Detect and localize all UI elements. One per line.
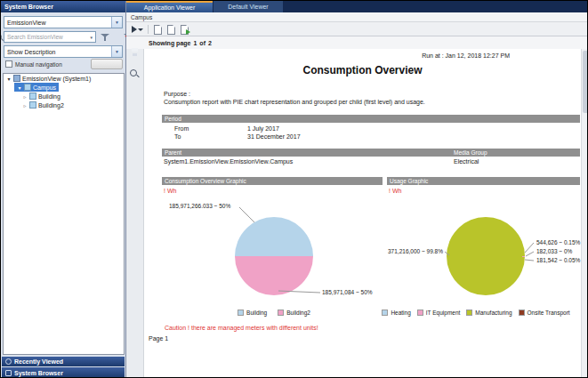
- media-group-header-label: Media Group: [454, 149, 487, 156]
- chevron-down-icon: [138, 28, 143, 31]
- period-section-header: Period: [162, 115, 580, 123]
- system-browser-panel: System Browser EmissionView ▼ ▼ Show Des…: [1, 1, 126, 378]
- tab-label: Application Viewer: [144, 4, 195, 11]
- manual-navigation-label: Manual navigation: [15, 61, 62, 68]
- system-browser-bar[interactable]: System Browser: [2, 367, 125, 378]
- tree-item-campus[interactable]: ▾ Campus: [4, 83, 124, 92]
- usage-graphic-header: Usage Graphic: [387, 177, 580, 185]
- system-selector-dropdown[interactable]: EmissionView ▼: [4, 16, 123, 28]
- tree-item-building[interactable]: ▹ Building: [4, 92, 124, 101]
- document-icon: [154, 25, 162, 35]
- system-icon: [13, 75, 20, 82]
- pager-prefix: Showing page: [149, 40, 190, 46]
- legend-label: Building: [246, 310, 267, 316]
- viewer-side-toolbar: [126, 49, 144, 378]
- tree-item-emissionview[interactable]: ▾ EmissionView (System1): [4, 74, 124, 83]
- slice-label: 181,542 ~ 0.05%: [536, 257, 580, 263]
- slice-label: 185,971,266.033 ~ 50%: [169, 203, 230, 209]
- slice-label: 182,033 ~ 0%: [536, 248, 572, 254]
- report-title: Consumption Overview: [144, 64, 581, 76]
- search-icon[interactable]: [0, 34, 4, 42]
- workstation-window: System Browser EmissionView ▼ ▼ Show Des…: [0, 0, 588, 378]
- system-browser-panel-header[interactable]: System Browser: [1, 1, 125, 12]
- purpose-text: Consumption report with PIE chart repres…: [164, 99, 425, 105]
- building-icon: [29, 101, 36, 109]
- save-report-button[interactable]: [151, 24, 164, 35]
- system-tree: ▾ EmissionView (System1) ▾ Campus ▹ Buil…: [3, 73, 125, 355]
- legend-swatch: [278, 310, 284, 316]
- document-icon: [167, 25, 175, 35]
- tree-item-building2[interactable]: ▹ Building2: [4, 101, 124, 109]
- parent-value: System1.EmissionView.EmissionView.Campus: [164, 158, 293, 165]
- usage-pie-chart: [447, 217, 525, 295]
- legend-label: Heating: [391, 310, 410, 316]
- tree-item-label: Campus: [33, 84, 56, 91]
- breadcrumb: Campus: [126, 12, 588, 22]
- unit-warning: ! Wh: [164, 188, 176, 194]
- legend-swatch: [238, 310, 244, 316]
- legend-label: Manufacturing: [475, 310, 511, 316]
- legend-swatch: [417, 310, 423, 316]
- scrollbar-thumb[interactable]: [583, 51, 588, 113]
- print-button[interactable]: [165, 24, 177, 35]
- expander-icon[interactable]: ▾: [6, 76, 12, 82]
- manual-navigation-checkbox[interactable]: [5, 60, 12, 68]
- vertical-scrollbar[interactable]: [581, 49, 588, 378]
- display-mode-dropdown[interactable]: Show Description ▼: [4, 45, 123, 58]
- legend-swatch: [466, 310, 472, 316]
- expander-icon[interactable]: ▹: [22, 93, 28, 100]
- slice-label: 371,216,000 ~ 99.8%: [349, 248, 443, 254]
- search-box: ▼: [4, 31, 96, 43]
- legend-swatch: [519, 310, 525, 316]
- expander-icon[interactable]: ▾: [17, 84, 22, 91]
- selected-tree-row: ▾ Campus: [14, 83, 59, 92]
- legend-label: Onsite Transport: [528, 310, 570, 316]
- system-browser-label: System Browser: [14, 370, 63, 376]
- purpose-label: Purpose :: [164, 91, 190, 97]
- chevron-down-icon[interactable]: ▼: [111, 17, 122, 28]
- site-icon: [24, 84, 31, 91]
- chevron-down-icon[interactable]: ▼: [111, 46, 122, 57]
- panel-title: System Browser: [4, 4, 53, 10]
- report-page: Run at : Jan 12, 2018 12:27 PM Consumpti…: [144, 49, 581, 378]
- filter-icon[interactable]: [101, 33, 109, 42]
- viewer-tabs: Application Viewer Default Viewer: [126, 1, 588, 12]
- parent-header-label: Parent: [165, 149, 181, 156]
- consumption-legend: Building Building2: [194, 310, 354, 316]
- tab-label: Default Viewer: [228, 4, 268, 10]
- breadcrumb-item-campus[interactable]: Campus: [131, 14, 152, 20]
- browser-icon: [5, 370, 12, 376]
- tree-item-label: EmissionView (System1): [22, 76, 91, 82]
- consumption-graphic-header: Consumption Overview Graphic: [162, 177, 383, 185]
- legend-swatch: [382, 310, 388, 316]
- search-input[interactable]: [4, 32, 95, 42]
- play-icon: [132, 26, 137, 33]
- legend-label: Building2: [286, 310, 310, 316]
- parent-section-header: Parent Media Group: [162, 149, 580, 157]
- pager-current: 1: [193, 40, 197, 46]
- navigate-button[interactable]: [91, 59, 123, 69]
- clock-icon: [5, 358, 12, 365]
- pager-of: of: [199, 40, 205, 46]
- export-icon: [181, 25, 189, 35]
- unit-warning: ! Wh: [389, 188, 401, 194]
- page-number-label: Page 1: [149, 335, 168, 342]
- expander-icon[interactable]: ▹: [22, 102, 28, 109]
- tab-application-viewer[interactable]: Application Viewer: [126, 1, 213, 12]
- tree-item-label: Building: [38, 93, 60, 100]
- chevron-down-icon[interactable]: ▼: [90, 36, 93, 40]
- from-label: From: [174, 125, 189, 132]
- to-label: To: [174, 133, 181, 140]
- building-icon: [29, 92, 36, 100]
- display-mode-value: Show Description: [4, 46, 111, 57]
- export-button[interactable]: [178, 24, 190, 35]
- run-report-button[interactable]: [130, 24, 144, 35]
- pager-total: 2: [208, 40, 212, 46]
- run-timestamp: Run at : Jan 12, 2018 12:27 PM: [422, 52, 510, 59]
- media-group-value: Electrical: [454, 158, 479, 165]
- recently-viewed-label: Recently Viewed: [14, 358, 63, 365]
- legend-label: IT Equipment: [426, 310, 461, 316]
- recently-viewed-bar[interactable]: Recently Viewed: [2, 357, 125, 366]
- slice-label: 185,971,084 ~ 50%: [322, 289, 373, 295]
- tab-default-viewer[interactable]: Default Viewer: [213, 1, 283, 12]
